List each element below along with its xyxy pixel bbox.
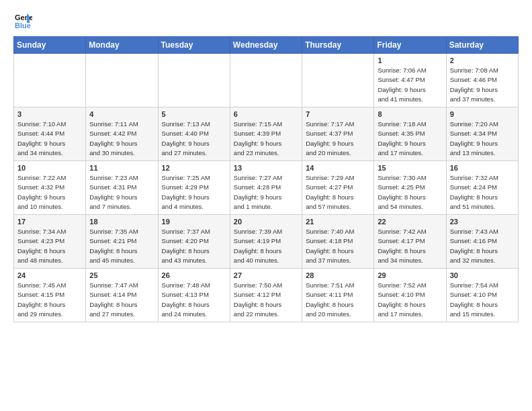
day-info: Sunrise: 7:17 AM Sunset: 4:37 PM Dayligh…	[306, 120, 370, 158]
calendar-cell: 28Sunrise: 7:51 AM Sunset: 4:11 PM Dayli…	[302, 269, 374, 322]
day-number: 6	[234, 110, 298, 118]
day-info: Sunrise: 7:47 AM Sunset: 4:14 PM Dayligh…	[89, 281, 154, 319]
calendar-cell: 6Sunrise: 7:15 AM Sunset: 4:39 PM Daylig…	[230, 107, 302, 161]
calendar-cell	[14, 54, 86, 107]
day-number: 4	[89, 110, 154, 118]
calendar-week-4: 17Sunrise: 7:34 AM Sunset: 4:23 PM Dayli…	[14, 215, 519, 269]
weekday-header-monday: Monday	[86, 37, 158, 54]
day-info: Sunrise: 7:27 AM Sunset: 4:28 PM Dayligh…	[234, 173, 298, 212]
calendar-cell: 15Sunrise: 7:30 AM Sunset: 4:25 PM Dayli…	[374, 161, 446, 215]
day-info: Sunrise: 7:43 AM Sunset: 4:16 PM Dayligh…	[450, 227, 515, 265]
day-info: Sunrise: 7:34 AM Sunset: 4:23 PM Dayligh…	[17, 227, 82, 265]
weekday-header-friday: Friday	[374, 37, 446, 54]
day-info: Sunrise: 7:20 AM Sunset: 4:34 PM Dayligh…	[450, 120, 515, 158]
calendar-cell: 17Sunrise: 7:34 AM Sunset: 4:23 PM Dayli…	[14, 215, 86, 269]
day-number: 8	[378, 110, 442, 118]
calendar-cell: 30Sunrise: 7:54 AM Sunset: 4:10 PM Dayli…	[446, 269, 518, 322]
day-info: Sunrise: 7:45 AM Sunset: 4:15 PM Dayligh…	[17, 281, 82, 319]
day-number: 19	[162, 218, 226, 226]
day-info: Sunrise: 7:23 AM Sunset: 4:31 PM Dayligh…	[89, 173, 154, 212]
day-number: 11	[89, 164, 154, 172]
calendar-cell: 2Sunrise: 7:08 AM Sunset: 4:46 PM Daylig…	[446, 54, 518, 107]
logo: General Blue	[13, 11, 35, 30]
day-info: Sunrise: 7:18 AM Sunset: 4:35 PM Dayligh…	[378, 120, 442, 158]
calendar-cell: 19Sunrise: 7:37 AM Sunset: 4:20 PM Dayli…	[158, 215, 230, 269]
calendar-cell: 22Sunrise: 7:42 AM Sunset: 4:17 PM Dayli…	[374, 215, 446, 269]
day-info: Sunrise: 7:50 AM Sunset: 4:12 PM Dayligh…	[234, 281, 298, 319]
weekday-header-tuesday: Tuesday	[158, 37, 230, 54]
day-info: Sunrise: 7:15 AM Sunset: 4:39 PM Dayligh…	[234, 120, 298, 158]
weekday-header-sunday: Sunday	[14, 37, 86, 54]
calendar-cell: 1Sunrise: 7:06 AM Sunset: 4:47 PM Daylig…	[374, 54, 446, 107]
calendar-cell	[302, 54, 374, 107]
weekday-header-thursday: Thursday	[302, 37, 374, 54]
calendar-week-3: 10Sunrise: 7:22 AM Sunset: 4:32 PM Dayli…	[14, 161, 519, 215]
calendar-cell: 18Sunrise: 7:35 AM Sunset: 4:21 PM Dayli…	[86, 215, 158, 269]
calendar-week-2: 3Sunrise: 7:10 AM Sunset: 4:44 PM Daylig…	[14, 107, 519, 161]
day-info: Sunrise: 7:40 AM Sunset: 4:18 PM Dayligh…	[306, 227, 370, 265]
day-info: Sunrise: 7:37 AM Sunset: 4:20 PM Dayligh…	[162, 227, 226, 265]
calendar-cell: 9Sunrise: 7:20 AM Sunset: 4:34 PM Daylig…	[446, 107, 518, 161]
day-number: 21	[306, 218, 370, 226]
day-number: 2	[450, 56, 515, 64]
day-info: Sunrise: 7:48 AM Sunset: 4:13 PM Dayligh…	[162, 281, 226, 319]
day-number: 27	[234, 271, 298, 279]
day-number: 1	[378, 56, 442, 64]
calendar-cell	[230, 54, 302, 107]
calendar-cell: 7Sunrise: 7:17 AM Sunset: 4:37 PM Daylig…	[302, 107, 374, 161]
day-number: 22	[378, 218, 442, 226]
day-number: 13	[234, 164, 298, 172]
day-number: 28	[306, 271, 370, 279]
day-info: Sunrise: 7:39 AM Sunset: 4:19 PM Dayligh…	[234, 227, 298, 265]
day-info: Sunrise: 7:29 AM Sunset: 4:27 PM Dayligh…	[306, 173, 370, 212]
day-number: 9	[450, 110, 515, 118]
day-number: 10	[17, 164, 82, 172]
day-number: 25	[89, 271, 154, 279]
weekday-header-saturday: Saturday	[446, 37, 518, 54]
calendar-cell: 12Sunrise: 7:25 AM Sunset: 4:29 PM Dayli…	[158, 161, 230, 215]
day-number: 24	[17, 271, 82, 279]
day-number: 14	[306, 164, 370, 172]
calendar-cell: 21Sunrise: 7:40 AM Sunset: 4:18 PM Dayli…	[302, 215, 374, 269]
day-info: Sunrise: 7:52 AM Sunset: 4:10 PM Dayligh…	[378, 281, 442, 319]
day-number: 12	[162, 164, 226, 172]
calendar-cell: 25Sunrise: 7:47 AM Sunset: 4:14 PM Dayli…	[86, 269, 158, 322]
calendar-cell: 11Sunrise: 7:23 AM Sunset: 4:31 PM Dayli…	[86, 161, 158, 215]
logo-icon: General Blue	[13, 11, 32, 30]
day-number: 17	[17, 218, 82, 226]
day-info: Sunrise: 7:30 AM Sunset: 4:25 PM Dayligh…	[378, 173, 442, 212]
calendar-header-row: SundayMondayTuesdayWednesdayThursdayFrid…	[14, 37, 519, 54]
calendar-cell: 20Sunrise: 7:39 AM Sunset: 4:19 PM Dayli…	[230, 215, 302, 269]
calendar-cell: 16Sunrise: 7:32 AM Sunset: 4:24 PM Dayli…	[446, 161, 518, 215]
calendar-cell: 27Sunrise: 7:50 AM Sunset: 4:12 PM Dayli…	[230, 269, 302, 322]
day-number: 3	[17, 110, 82, 118]
day-number: 7	[306, 110, 370, 118]
calendar-cell: 8Sunrise: 7:18 AM Sunset: 4:35 PM Daylig…	[374, 107, 446, 161]
day-info: Sunrise: 7:35 AM Sunset: 4:21 PM Dayligh…	[89, 227, 154, 265]
calendar-cell: 24Sunrise: 7:45 AM Sunset: 4:15 PM Dayli…	[14, 269, 86, 322]
calendar-cell: 26Sunrise: 7:48 AM Sunset: 4:13 PM Dayli…	[158, 269, 230, 322]
day-number: 26	[162, 271, 226, 279]
day-info: Sunrise: 7:22 AM Sunset: 4:32 PM Dayligh…	[17, 173, 82, 212]
day-info: Sunrise: 7:06 AM Sunset: 4:47 PM Dayligh…	[378, 66, 442, 104]
day-number: 16	[450, 164, 515, 172]
svg-text:General: General	[15, 13, 32, 21]
day-info: Sunrise: 7:42 AM Sunset: 4:17 PM Dayligh…	[378, 227, 442, 265]
weekday-header-wednesday: Wednesday	[230, 37, 302, 54]
calendar-cell: 3Sunrise: 7:10 AM Sunset: 4:44 PM Daylig…	[14, 107, 86, 161]
calendar-cell: 13Sunrise: 7:27 AM Sunset: 4:28 PM Dayli…	[230, 161, 302, 215]
day-info: Sunrise: 7:54 AM Sunset: 4:10 PM Dayligh…	[450, 281, 515, 319]
calendar-cell: 4Sunrise: 7:11 AM Sunset: 4:42 PM Daylig…	[86, 107, 158, 161]
calendar-cell: 14Sunrise: 7:29 AM Sunset: 4:27 PM Dayli…	[302, 161, 374, 215]
calendar-cell: 29Sunrise: 7:52 AM Sunset: 4:10 PM Dayli…	[374, 269, 446, 322]
day-number: 18	[89, 218, 154, 226]
calendar-cell	[86, 54, 158, 107]
day-info: Sunrise: 7:10 AM Sunset: 4:44 PM Dayligh…	[17, 120, 82, 158]
day-info: Sunrise: 7:08 AM Sunset: 4:46 PM Dayligh…	[450, 66, 515, 104]
day-number: 5	[162, 110, 226, 118]
day-info: Sunrise: 7:32 AM Sunset: 4:24 PM Dayligh…	[450, 173, 515, 212]
page: General Blue SundayMondayTuesdayWednesda…	[0, 0, 532, 411]
day-info: Sunrise: 7:25 AM Sunset: 4:29 PM Dayligh…	[162, 173, 226, 212]
day-info: Sunrise: 7:11 AM Sunset: 4:42 PM Dayligh…	[89, 120, 154, 158]
calendar-table: SundayMondayTuesdayWednesdayThursdayFrid…	[13, 36, 519, 322]
